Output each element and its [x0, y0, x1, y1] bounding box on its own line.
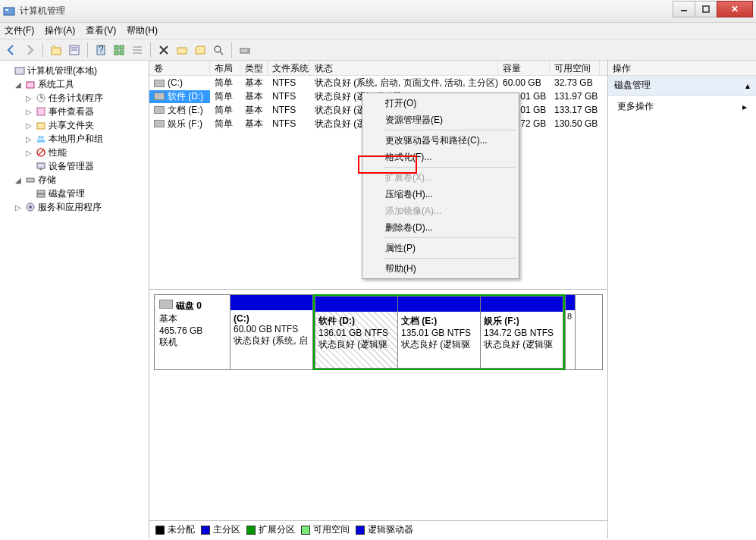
svg-text:?: ?	[99, 44, 104, 55]
col-status[interactable]: 状态	[310, 61, 498, 75]
svg-rect-37	[37, 190, 45, 193]
actions-panel: 操作 磁盘管理 ▴ 更多操作 ▸	[608, 61, 756, 538]
menu-help[interactable]: 帮助(H)	[127, 24, 158, 37]
tree-performance[interactable]: ▷性能	[3, 146, 146, 159]
settings-icon[interactable]	[174, 42, 190, 58]
forward-button[interactable]	[21, 42, 38, 58]
extended-partition: 软件 (D:) 136.01 GB NTFS 状态良好 (逻辑驱 文档 (E:)…	[313, 294, 566, 370]
ctx-help[interactable]: 帮助(H)	[364, 260, 517, 277]
disk-info: 磁盘 0 基本 465.76 GB 联机	[155, 295, 231, 369]
titlebar: 计算机管理 ✕	[0, 0, 756, 23]
refresh-icon[interactable]	[111, 42, 127, 58]
ctx-format[interactable]: 格式化(F)...	[364, 149, 517, 165]
chevron-right-icon: ▸	[742, 102, 747, 112]
actions-more[interactable]: 更多操作 ▸	[608, 96, 756, 118]
properties-button[interactable]	[66, 42, 83, 58]
minimize-button[interactable]	[673, 1, 695, 17]
tree-system-tools[interactable]: ◢系统工具	[3, 77, 146, 91]
center-panel: 卷 布局 类型 文件系统 状态 容量 可用空间 (C:)简单基本NTFS状态良好…	[149, 61, 608, 538]
context-menu: 打开(O) 资源管理器(E) 更改驱动器号和路径(C)... 格式化(F)...…	[362, 93, 519, 279]
svg-line-33	[38, 149, 44, 155]
volume-row[interactable]: (C:)简单基本NTFS状态良好 (系统, 启动, 页面文件, 活动, 主分区)…	[149, 76, 607, 89]
partition-c[interactable]: (C:) 60.00 GB NTFS 状态良好 (系统, 启	[230, 294, 313, 370]
svg-rect-36	[27, 178, 34, 182]
open-icon[interactable]	[192, 42, 209, 58]
svg-rect-12	[114, 51, 118, 55]
col-volume[interactable]: 卷	[149, 61, 210, 75]
svg-rect-10	[114, 46, 118, 49]
svg-rect-23	[27, 82, 34, 88]
menu-view[interactable]: 查看(V)	[86, 24, 116, 37]
col-free[interactable]: 可用空间	[550, 61, 600, 75]
col-capacity[interactable]: 容量	[498, 61, 550, 75]
svg-rect-22	[15, 68, 24, 74]
chevron-up-icon: ▴	[745, 80, 750, 91]
tree-local-users[interactable]: ▷本地用户和组	[3, 132, 146, 146]
svg-rect-27	[37, 108, 45, 115]
up-button[interactable]	[48, 42, 64, 58]
svg-point-29	[38, 136, 41, 139]
svg-rect-3	[703, 6, 709, 12]
actions-group-disk[interactable]: 磁盘管理 ▴	[608, 76, 756, 96]
svg-rect-34	[37, 163, 45, 168]
ctx-open[interactable]: 打开(O)	[364, 95, 517, 111]
disk-icon[interactable]	[237, 42, 253, 58]
disk-layout-panel: 磁盘 0 基本 465.76 GB 联机 (C:) 60.00 GB NTFS …	[149, 290, 607, 538]
list-icon[interactable]	[129, 42, 146, 58]
tree-root[interactable]: 计算机管理(本地)	[3, 64, 146, 77]
svg-rect-31	[37, 140, 45, 143]
partition-f[interactable]: 娱乐 (F:) 134.72 GB NTFS 状态良好 (逻辑驱	[480, 296, 563, 369]
ctx-shrink[interactable]: 压缩卷(H)...	[364, 186, 517, 202]
svg-rect-35	[39, 168, 42, 170]
partition-d[interactable]: 软件 (D:) 136.01 GB NTFS 状态良好 (逻辑驱	[315, 296, 398, 369]
ctx-explorer[interactable]: 资源管理器(E)	[364, 111, 517, 128]
ctx-delete[interactable]: 删除卷(D)...	[364, 219, 517, 236]
col-fs[interactable]: 文件系统	[268, 61, 310, 75]
svg-rect-1	[5, 9, 8, 11]
ctx-properties[interactable]: 属性(P)	[364, 240, 517, 256]
tree-services[interactable]: ▷服务和应用程序	[3, 200, 146, 214]
svg-rect-17	[177, 48, 187, 54]
maximize-button[interactable]	[695, 1, 717, 17]
svg-rect-13	[120, 51, 124, 55]
ctx-mirror: 添加镜像(A)...	[364, 202, 517, 219]
help-icon[interactable]: ?	[93, 42, 109, 58]
tree-device-manager[interactable]: 设备管理器	[3, 159, 146, 173]
tree-storage[interactable]: ◢存储	[3, 173, 146, 187]
search-icon[interactable]	[210, 42, 227, 58]
app-icon	[3, 5, 15, 17]
volume-header: 卷 布局 类型 文件系统 状态 容量 可用空间	[149, 61, 607, 76]
toolbar: ?	[0, 39, 756, 61]
tree-shared-folders[interactable]: ▷共享文件夹	[3, 118, 146, 132]
ctx-change-drive[interactable]: 更改驱动器号和路径(C)...	[364, 132, 517, 149]
tree-task-scheduler[interactable]: ▷任务计划程序	[3, 91, 146, 105]
disk-icon	[159, 300, 173, 309]
svg-line-19	[220, 52, 223, 55]
svg-rect-38	[37, 194, 45, 197]
svg-point-21	[247, 50, 249, 52]
svg-point-40	[29, 206, 32, 209]
close-button[interactable]: ✕	[717, 1, 753, 17]
volume-list: 卷 布局 类型 文件系统 状态 容量 可用空间 (C:)简单基本NTFS状态良好…	[149, 61, 607, 290]
menu-file[interactable]: 文件(F)	[5, 24, 34, 37]
svg-rect-11	[120, 46, 124, 49]
col-type[interactable]: 类型	[240, 61, 268, 75]
nav-tree: 计算机管理(本地) ◢系统工具 ▷任务计划程序 ▷事件查看器 ▷共享文件夹 ▷本…	[0, 61, 149, 538]
tree-event-viewer[interactable]: ▷事件查看器	[3, 105, 146, 118]
svg-point-30	[41, 136, 44, 139]
ctx-extend: 扩展卷(X)...	[364, 169, 517, 186]
svg-rect-0	[4, 8, 14, 15]
svg-rect-28	[37, 123, 45, 129]
menu-action[interactable]: 操作(A)	[45, 24, 75, 37]
delete-icon[interactable]	[155, 42, 172, 58]
disk-row: 磁盘 0 基本 465.76 GB 联机 (C:) 60.00 GB NTFS …	[154, 294, 603, 370]
window-title: 计算机管理	[20, 5, 673, 17]
partition-end[interactable]: 8	[565, 294, 576, 370]
partition-e[interactable]: 文档 (E:) 135.01 GB NTFS 状态良好 (逻辑驱	[397, 296, 481, 369]
col-layout[interactable]: 布局	[210, 61, 240, 75]
tree-disk-management[interactable]: 磁盘管理	[3, 187, 146, 200]
svg-point-18	[215, 46, 221, 52]
back-button[interactable]	[3, 42, 20, 58]
svg-rect-4	[52, 48, 61, 55]
legend: 未分配 主分区 扩展分区 可用空间 逻辑驱动器	[149, 520, 607, 538]
